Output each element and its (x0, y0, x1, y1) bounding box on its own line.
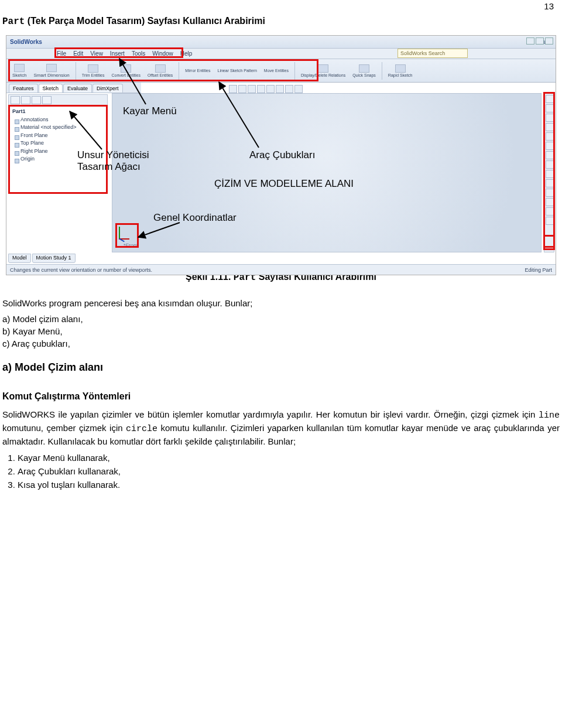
figure-wrap: SolidWorks Part1 File Edit View Insert T… (2, 35, 560, 259)
label-cizim: ÇİZİM VE MODELLEME ALANI (214, 178, 354, 190)
tab-sketch[interactable]: Sketch (39, 84, 63, 93)
label-unsur: Unsur Yöneticisi Tasarım Ağacı (77, 149, 149, 173)
tab-model[interactable]: Model (8, 254, 31, 263)
panel-tab-icon[interactable] (32, 96, 41, 104)
ribbon-tabs[interactable]: Features Sketch Evaluate DimXpert (6, 83, 141, 93)
code-line: line (539, 411, 560, 421)
cmd-quicksnaps[interactable]: Quick Snaps (350, 60, 378, 81)
close-icon[interactable] (545, 37, 553, 45)
abc-a: a) Model çizim alanı, (2, 313, 560, 325)
panel-tab-icon[interactable] (42, 96, 52, 104)
para-komut: SolidWORKS ile yapılan çizimler ve bütün… (2, 408, 560, 447)
abc-b: b) Kayar Menü, (2, 325, 560, 337)
tab-motion[interactable]: Motion Study 1 (32, 254, 76, 263)
section-title: Part (Tek Parça Model Tasarım) Sayfası K… (0, 16, 562, 35)
minimize-icon[interactable] (526, 37, 534, 45)
label-arac: Araç Çubukları (249, 149, 315, 161)
view-icon[interactable] (294, 85, 303, 93)
numbered-list: Kayar Menü kullanarak, Araç Çubukları ku… (2, 451, 560, 491)
status-bar: Changes the current view orientation or … (6, 264, 556, 275)
view-icon[interactable] (285, 85, 293, 93)
view-icon[interactable] (276, 85, 284, 93)
cmd-rapid[interactable]: Rapid Sketch (386, 60, 415, 81)
search-box[interactable]: SolidWorks Search (397, 49, 468, 58)
view-icon[interactable] (229, 85, 237, 93)
code-circle: circle (126, 424, 157, 434)
panel-tab-icon[interactable] (21, 96, 30, 104)
highlight-triad (115, 223, 139, 248)
bottom-tabs[interactable]: Model Motion Study 1 (8, 254, 76, 263)
highlight-kayar-menu (54, 47, 183, 58)
status-left: Changes the current view orientation or … (10, 267, 152, 273)
label-genel: Genel Koordinatlar (153, 212, 237, 224)
window-controls[interactable] (526, 37, 553, 45)
titlebar: SolidWorks Part1 (6, 36, 556, 49)
abc-list: a) Model çizim alanı, b) Kayar Menü, c) … (2, 313, 560, 350)
view-icon[interactable] (257, 85, 265, 93)
view-icon[interactable] (238, 85, 246, 93)
abc-c: c) Araç çubukları, (2, 337, 560, 350)
section-title-code: Part (2, 16, 25, 27)
heading-komut: Komut Çalıştırma Yöntemleri (2, 380, 560, 408)
num-item-2: Araç Çubukları kullanarak, (18, 464, 560, 478)
tab-features[interactable]: Features (9, 84, 38, 93)
page-number: 13 (0, 0, 562, 16)
search-placeholder: SolidWorks Search (400, 50, 445, 56)
highlight-right-toolbar (543, 92, 555, 250)
view-icon[interactable] (266, 85, 275, 93)
view-icon[interactable] (248, 85, 256, 93)
app-logo-text: SolidWorks (10, 39, 42, 45)
label-kayar-menu: Kayar Menü (123, 105, 177, 117)
highlight-command-toolbar (8, 59, 318, 81)
panel-tab-icon[interactable] (11, 96, 20, 104)
tab-evaluate[interactable]: Evaluate (63, 84, 92, 93)
heading-a: a) Model Çizim alanı (2, 350, 560, 380)
section-title-text: (Tek Parça Model Tasarım) Sayfası Kullan… (25, 16, 265, 26)
tab-dimxpert[interactable]: DimXpert (92, 84, 123, 93)
num-item-3: Kısa yol tuşları kullanarak. (18, 478, 560, 491)
highlight-right-toolbar-bottom (543, 235, 555, 248)
maximize-icon[interactable] (536, 37, 544, 45)
status-right: Editing Part (525, 267, 552, 273)
num-item-1: Kayar Menü kullanarak, (18, 451, 560, 464)
para-intro: SolidWorks program penceresi beş ana kıs… (2, 297, 560, 309)
